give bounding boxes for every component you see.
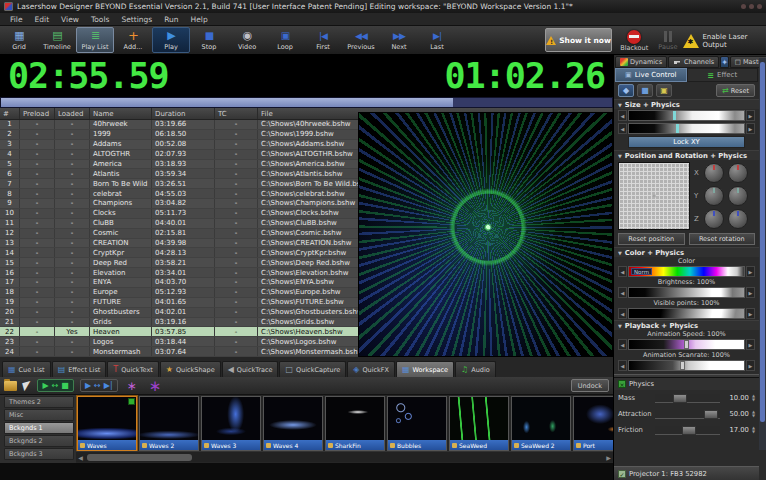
tab-cue-list[interactable]: ▦Cue List <box>2 361 51 377</box>
toolbar-play-list-button[interactable]: ≣Play List <box>76 27 114 53</box>
scrollbar-thumb[interactable] <box>87 454 192 461</box>
tab-workspace[interactable]: ▦Workspace <box>396 361 454 377</box>
tab-quicktrace[interactable]: ◀QuickTrace <box>222 361 279 377</box>
spin-y-knob[interactable] <box>728 186 748 206</box>
category-misc[interactable]: Misc <box>4 409 74 421</box>
toolbar-next-button[interactable]: ▶▶Next <box>380 27 418 53</box>
brush-tool-button[interactable]: ◆ <box>618 84 634 97</box>
category-bckgnds-1[interactable]: Bckgnds 1 <box>4 422 74 434</box>
color-section-header[interactable]: ▼Color + Physics <box>614 247 759 257</box>
slider-right-icon[interactable]: ▶ <box>746 123 755 134</box>
window-controls[interactable] <box>741 4 762 9</box>
toolbar-stop-button[interactable]: ■Stop <box>190 27 228 53</box>
show-it-now-button[interactable]: Show it now <box>545 28 612 52</box>
size-section-header[interactable]: ▼Size + Physics <box>614 99 759 109</box>
maximize-icon[interactable] <box>749 4 754 9</box>
folder-icon[interactable] <box>4 381 17 391</box>
category-themes-2[interactable]: Themes 2 <box>4 396 74 408</box>
panel-scrollbar[interactable] <box>759 58 766 450</box>
category-bckgnds-2[interactable]: Bckgnds 2 <box>4 435 74 447</box>
tab-effect[interactable]: ≡ Effect <box>687 68 759 82</box>
slider-left-icon[interactable]: ◀ <box>618 339 627 350</box>
column-header-duration[interactable]: Duration <box>152 108 215 119</box>
rotate-x-knob[interactable] <box>704 163 724 183</box>
projector-status-bar[interactable]: ✓ Projector 1: FB3 52982 <box>614 466 759 480</box>
slider-left-icon[interactable]: ◀ <box>618 123 627 134</box>
thumbnail-seaweed[interactable]: SeaWeed <box>449 396 509 451</box>
slider-thumb[interactable] <box>673 394 687 403</box>
slider-left-icon[interactable]: ◀ <box>618 287 627 298</box>
slider-thumb[interactable] <box>682 426 696 435</box>
slider-right-icon[interactable]: ▶ <box>746 308 755 319</box>
thumbnail-seaweed-2[interactable]: SeaWeed 2 <box>511 396 571 451</box>
spinner-control[interactable]: ▲▼ <box>752 394 755 402</box>
toolbar-video-button[interactable]: ◉Video <box>228 27 266 53</box>
playback-section-header[interactable]: ▼Playback + Physics <box>614 320 759 330</box>
thumbnail-port[interactable]: Port <box>573 396 613 451</box>
position-section-header[interactable]: ▼Position and Rotation + Physics <box>614 150 759 160</box>
tab-audio[interactable]: ♫Audio <box>455 361 496 377</box>
color-slider[interactable]: ◀ Norm ▶ <box>618 265 755 278</box>
tab-dynamics[interactable]: Dynamics <box>615 56 667 68</box>
cursor-icon[interactable]: ◤ <box>22 380 33 392</box>
thumbnail-sharkfin[interactable]: SharkFin <box>325 396 385 451</box>
spinner-control[interactable]: ▲▼ <box>752 410 755 418</box>
screen-tool-button[interactable]: ■ <box>637 84 653 97</box>
toolbar-loop-button[interactable]: ▣Loop <box>266 27 304 53</box>
column-header-[interactable]: # <box>0 108 20 119</box>
column-header-loaded[interactable]: Loaded <box>55 108 90 119</box>
play-mode-group[interactable]: ▶↔■ <box>37 379 73 392</box>
transition-mode-group[interactable]: ▶↔▶| <box>80 379 118 392</box>
minimize-icon[interactable] <box>741 4 746 9</box>
menu-edit[interactable]: Edit <box>29 14 56 25</box>
brightness-slider[interactable]: ◀ ▶ <box>618 286 755 299</box>
laser-preview-small-icon[interactable]: ∗ <box>124 381 140 391</box>
toolbar-play-button[interactable]: ▶Play <box>152 27 190 53</box>
animation-speed-slider[interactable]: ◀ ▶ <box>618 338 755 351</box>
hand-tool-button[interactable]: ✦ <box>720 56 729 68</box>
spin-down-icon[interactable]: ▼ <box>752 414 755 418</box>
rotate-z-knob[interactable] <box>704 209 724 229</box>
spin-down-icon[interactable]: ▼ <box>752 430 755 434</box>
mass-slider[interactable] <box>655 394 720 403</box>
slider-right-icon[interactable]: ▶ <box>746 266 755 277</box>
attraction-slider[interactable] <box>655 410 720 419</box>
size-y-slider[interactable]: ◀ ▶ <box>618 122 755 135</box>
menu-help[interactable]: Help <box>185 14 214 25</box>
slider-left-icon[interactable]: ◀ <box>618 360 627 371</box>
tab-quicktext[interactable]: TQuickText <box>107 361 158 377</box>
tab-quickcapture[interactable]: □QuickCapture <box>279 361 346 377</box>
menu-run[interactable]: Run <box>158 14 184 25</box>
slider-left-icon[interactable]: ◀ <box>618 266 627 277</box>
column-header-preload[interactable]: Preload <box>20 108 55 119</box>
lock-xy-button[interactable]: Lock XY <box>628 136 745 148</box>
scroll-left-icon[interactable]: ◀ <box>76 454 85 461</box>
spinner-control[interactable]: ▲▼ <box>752 426 755 434</box>
thumbnail-bubbles[interactable]: Bubbles <box>387 396 447 451</box>
panel-scrollbar-thumb[interactable] <box>760 62 765 422</box>
physics-checkbox[interactable]: × <box>618 380 626 388</box>
thumbnail-waves[interactable]: Waves <box>77 396 137 451</box>
visible-points-slider[interactable]: ◀ ▶ <box>618 307 755 320</box>
spin-x-knob[interactable] <box>728 163 748 183</box>
menu-file[interactable]: File <box>4 14 29 25</box>
slider-right-icon[interactable]: ▶ <box>746 339 755 350</box>
slider-right-icon[interactable]: ▶ <box>746 110 755 121</box>
laser-preview-large-icon[interactable]: ∗ <box>146 381 165 391</box>
close-icon[interactable] <box>757 4 762 9</box>
rotate-y-knob[interactable] <box>704 186 724 206</box>
toolbar-first-button[interactable]: |◀First <box>304 27 342 53</box>
slider-right-icon[interactable]: ▶ <box>746 287 755 298</box>
toolbar-last-button[interactable]: ▶|Last <box>418 27 456 53</box>
tab-quickfx[interactable]: ◈QuickFX <box>347 361 395 377</box>
spin-down-icon[interactable]: ▼ <box>752 398 755 402</box>
animation-scanrate-slider[interactable]: ◀ ▶ <box>618 359 755 372</box>
spin-z-knob[interactable] <box>728 209 748 229</box>
tab-quickshape[interactable]: ★QuickShape <box>160 361 221 377</box>
slider-right-icon[interactable]: ▶ <box>746 360 755 371</box>
tab-live-control[interactable]: ▣ Live Control <box>615 68 687 82</box>
tab-effect-list[interactable]: ▤Effect List <box>52 361 107 377</box>
slider-left-icon[interactable]: ◀ <box>618 308 627 319</box>
blackout-button[interactable]: Blackout <box>616 30 652 52</box>
undock-button[interactable]: Undock <box>571 379 609 392</box>
